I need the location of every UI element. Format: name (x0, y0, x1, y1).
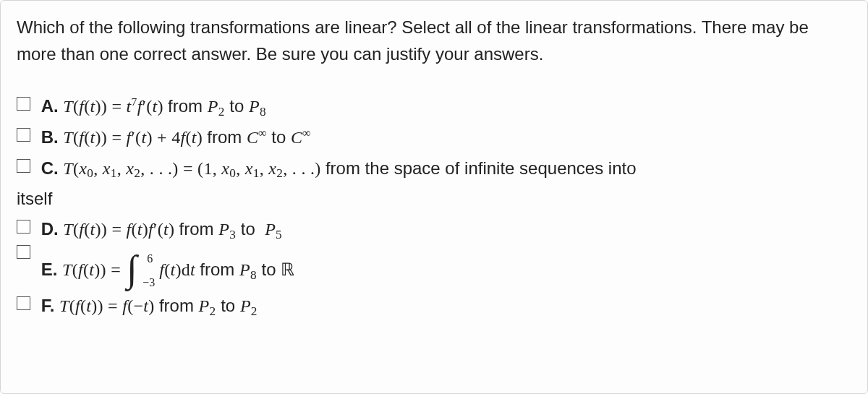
option-d-math: T(f(t)) = f(t)f′(t) (63, 220, 179, 239)
option-c-math: T(x0, x1, x2, . . .) = (1, x0, x1, x2, .… (63, 159, 326, 178)
option-e-tail: from P8 to ℝ (200, 260, 294, 279)
option-e-checkbox[interactable] (17, 245, 30, 259)
option-e-label: E. (41, 260, 58, 279)
option-a-row: A. T(f(t)) = t7f′(t) from P2 to P8 (17, 92, 851, 121)
option-e-row: E. T(f(t)) = ∫ 6 −3 f(t)dt from P8 to (17, 245, 851, 289)
option-c-row-cont: itself (17, 184, 851, 213)
question-card: Which of the following transformations a… (0, 0, 868, 394)
option-b-label: B. (41, 127, 59, 147)
option-b-checkbox[interactable] (17, 128, 30, 142)
option-f-math: T(f(t)) = f(−t) (59, 296, 159, 315)
option-c-label: C. (41, 158, 59, 178)
option-d-row: D. T(f(t)) = f(t)f′(t) from P3 to P5 (17, 215, 851, 244)
option-e-math: T(f(t)) = (62, 260, 125, 279)
option-d-label: D. (41, 219, 59, 239)
option-b-row: B. T(f(t)) = f′(t) + 4f(t) from C∞ to C∞ (17, 123, 851, 153)
option-d-checkbox[interactable] (17, 220, 30, 234)
option-b-math: T(f(t)) = f′(t) + 4f(t) (63, 128, 207, 147)
option-a-tail: from P2 to P8 (168, 96, 266, 116)
option-e-integrand: f(t)dt (159, 260, 200, 279)
option-a-math: T(f(t)) = t7f′(t) (63, 97, 168, 116)
option-f-row: F. T(f(t)) = f(−t) from P2 to P2 (17, 291, 851, 321)
option-c-row: C. T(x0, x1, x2, . . .) = (1, x0, x1, x2… (17, 154, 851, 184)
option-f-checkbox[interactable] (17, 296, 30, 310)
options-list: A. T(f(t)) = t7f′(t) from P2 to P8 B. T(… (17, 92, 851, 320)
option-c-checkbox[interactable] (17, 159, 30, 173)
option-c-tail: from the space of infinite sequences int… (326, 158, 637, 178)
option-a-checkbox[interactable] (17, 97, 30, 111)
option-d-tail: from P3 to P5 (179, 219, 283, 239)
option-f-label: F. (41, 296, 55, 315)
question-stem: Which of the following transformations a… (17, 14, 851, 67)
option-b-tail: from C∞ to C∞ (207, 127, 311, 147)
integral-icon: ∫ 6 −3 (127, 252, 140, 290)
option-c-itself: itself (17, 189, 52, 208)
option-a-label: A. (41, 96, 59, 116)
option-f-tail: from P2 to P2 (159, 296, 258, 315)
